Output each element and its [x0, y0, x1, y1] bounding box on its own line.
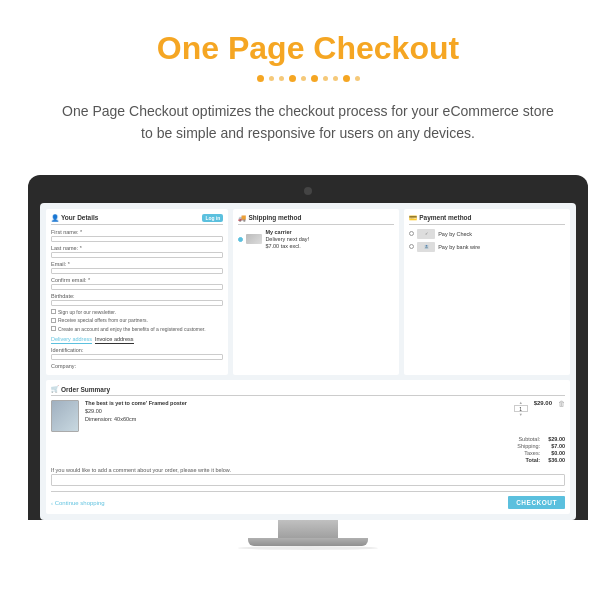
monitor-bezel: 👤 Your Details Log in First name: * Last… — [28, 175, 588, 521]
credit-card-icon: 💳 — [409, 214, 417, 222]
carrier-price: $7.00 tax excl. — [265, 243, 309, 250]
truck-icon: 🚚 — [238, 214, 246, 222]
account-label: Create an account and enjoy the benefits… — [58, 326, 206, 333]
order-summary-panel: 🛒 Order Summary The best is yet to come'… — [46, 380, 570, 514]
monitor-screen: 👤 Your Details Log in First name: * Last… — [40, 203, 576, 521]
dot — [257, 75, 264, 82]
payment-radio-check[interactable] — [409, 231, 414, 236]
person-icon: 👤 — [51, 214, 59, 222]
comment-section: If you would like to add a comment about… — [51, 467, 565, 486]
subtitle: One Page Checkout optimizes the checkout… — [58, 100, 558, 145]
newsletter-label: Sign up for our newsletter. — [58, 309, 116, 316]
shipping-value: $7.00 — [548, 443, 565, 449]
dots-divider — [257, 75, 360, 82]
dot — [279, 76, 284, 81]
birthdate-label: Birthdate: — [51, 293, 223, 299]
taxes-value: $0.00 — [548, 450, 565, 456]
login-badge[interactable]: Log in — [202, 214, 223, 222]
identification-label: Identification: — [51, 347, 223, 353]
cart-icon: 🛒 — [51, 385, 59, 393]
wire-icon: 🏦 — [417, 242, 435, 252]
newsletter-checkbox-row: Sign up for our newsletter. — [51, 309, 223, 316]
taxes-label: Taxes: — [517, 450, 540, 456]
offers-label: Receive special offers from our partners… — [58, 317, 148, 324]
comment-instructions: If you would like to add a comment about… — [51, 467, 565, 473]
payment-radio-wire[interactable] — [409, 244, 414, 249]
payment-wire-label: Pay by bank wire — [438, 244, 480, 250]
offers-checkbox[interactable] — [51, 318, 56, 323]
shipping-radio-selected[interactable] — [238, 237, 243, 242]
invoice-address-tab[interactable]: Invoice address — [95, 336, 134, 344]
your-details-title: 👤 Your Details Log in — [51, 214, 223, 225]
continue-shopping-link[interactable]: ‹ Continue shopping — [51, 500, 105, 506]
payment-check[interactable]: ✓ Pay by Check — [409, 229, 565, 239]
product-image — [51, 400, 79, 432]
payment-wire[interactable]: 🏦 Pay by bank wire — [409, 242, 565, 252]
offers-checkbox-row: Receive special offers from our partners… — [51, 317, 223, 324]
subtotal-label: Subtotal: — [517, 436, 540, 442]
dot — [333, 76, 338, 81]
payment-panel: 💳 Payment method ✓ Pay by Check 🏦 Pay by… — [404, 209, 570, 376]
payment-check-label: Pay by Check — [438, 231, 472, 237]
identification-input[interactable] — [51, 354, 223, 360]
dot — [311, 75, 318, 82]
total-label: Total: — [517, 457, 540, 463]
confirm-email-input[interactable] — [51, 284, 223, 290]
dot — [323, 76, 328, 81]
monitor-camera — [304, 187, 312, 195]
firstname-label: First name: * — [51, 229, 223, 235]
comment-textarea[interactable] — [51, 474, 565, 486]
account-checkbox-row: Create an account and enjoy the benefits… — [51, 326, 223, 333]
shipping-carrier-icon — [246, 234, 262, 244]
line-price: $29.00 — [534, 400, 552, 406]
birthdate-input[interactable] — [51, 300, 223, 306]
monitor-foot — [248, 538, 368, 546]
carrier-name: My carrier — [265, 229, 309, 236]
delivery-address-tab[interactable]: Delivery address — [51, 336, 92, 344]
qty-input[interactable]: 1 — [514, 405, 528, 412]
subtotal-value: $29.00 — [548, 436, 565, 442]
company-label: Company: — [51, 363, 223, 369]
order-summary-title: 🛒 Order Summary — [51, 385, 565, 396]
monitor-shadow — [238, 546, 378, 550]
shipping-title: 🚚 Shipping method — [238, 214, 394, 225]
dot — [289, 75, 296, 82]
shipping-option-text: My carrier Delivery next day! $7.00 tax … — [265, 229, 309, 250]
check-icon: ✓ — [417, 229, 435, 239]
email-label: Email: * — [51, 261, 223, 267]
monitor-neck — [278, 520, 338, 538]
delete-icon[interactable]: 🗑 — [558, 400, 565, 407]
email-input[interactable] — [51, 268, 223, 274]
product-name: The best is yet to come' Framed poster — [85, 400, 508, 408]
newsletter-checkbox[interactable] — [51, 309, 56, 314]
address-tabs: Delivery address Invoice address — [51, 336, 223, 344]
shipping-label: Shipping: — [517, 443, 540, 449]
your-details-panel: 👤 Your Details Log in First name: * Last… — [46, 209, 228, 376]
lastname-label: Last name: * — [51, 245, 223, 251]
shipping-panel: 🚚 Shipping method My carrier Delivery ne… — [233, 209, 399, 376]
total-value: $36.00 — [548, 457, 565, 463]
dot — [343, 75, 350, 82]
account-checkbox[interactable] — [51, 326, 56, 331]
firstname-input[interactable] — [51, 236, 223, 242]
quantity-stepper[interactable]: ▲ 1 ▼ — [514, 400, 528, 417]
carrier-detail: Delivery next day! — [265, 236, 309, 243]
dot — [355, 76, 360, 81]
page-title: One Page Checkout — [157, 30, 459, 67]
product-details: The best is yet to come' Framed poster $… — [85, 400, 508, 423]
monitor: 👤 Your Details Log in First name: * Last… — [28, 175, 588, 551]
shipping-option-1[interactable]: My carrier Delivery next day! $7.00 tax … — [238, 229, 394, 250]
lastname-input[interactable] — [51, 252, 223, 258]
qty-down-arrow[interactable]: ▼ — [519, 412, 523, 417]
dot — [301, 76, 306, 81]
product-dimension: Dimension: 40x60cm — [85, 416, 508, 424]
checkout-ui: 👤 Your Details Log in First name: * Last… — [40, 203, 576, 521]
product-price: $29.00 — [85, 408, 508, 416]
confirm-email-label: Confirm email: * — [51, 277, 223, 283]
checkout-button[interactable]: CHECKOUT — [508, 496, 565, 509]
dot — [269, 76, 274, 81]
payment-title: 💳 Payment method — [409, 214, 565, 225]
checkout-bottom-bar: ‹ Continue shopping CHECKOUT — [51, 491, 565, 509]
